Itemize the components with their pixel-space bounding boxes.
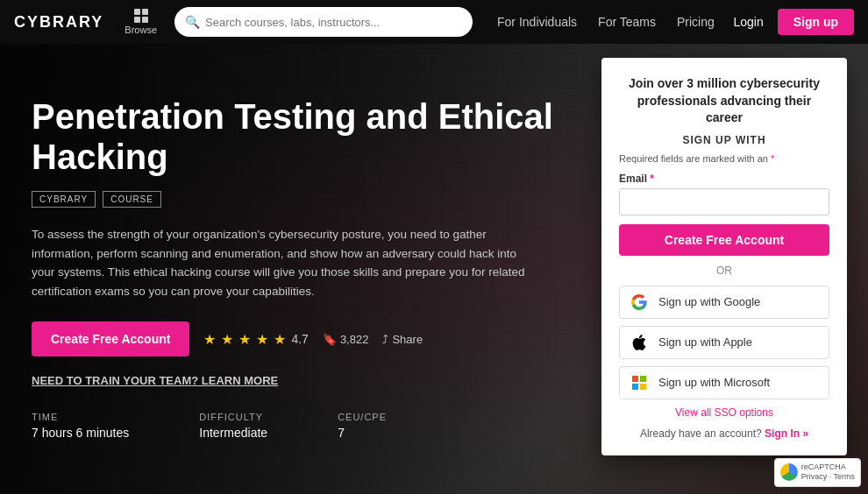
tag-course: COURSE bbox=[103, 191, 161, 208]
google-signup-button[interactable]: Sign up with Google bbox=[619, 286, 829, 319]
recaptcha-badge: reCAPTCHA Privacy · Terms bbox=[774, 458, 861, 487]
browse-label: Browse bbox=[125, 25, 157, 35]
bookmark-icon: 🔖 bbox=[323, 333, 337, 346]
reviews-count: 3,822 bbox=[340, 333, 369, 346]
stat-difficulty-label: DIFFICULTY bbox=[199, 412, 267, 422]
grid-icon bbox=[134, 9, 148, 23]
signup-card: Join over 3 million cybersecurity profes… bbox=[601, 58, 847, 455]
browse-button[interactable]: Browse bbox=[117, 5, 164, 39]
card-create-account-button[interactable]: Create Free Account bbox=[619, 224, 829, 256]
search-bar[interactable]: 🔍 bbox=[174, 7, 473, 37]
share-row[interactable]: ⤴ Share bbox=[382, 333, 423, 346]
logo[interactable]: CYBRARY bbox=[14, 13, 103, 32]
stat-time-label: TIME bbox=[32, 412, 129, 422]
already-account: Already have an account? Sign In » bbox=[619, 427, 829, 440]
star-1: ★ bbox=[203, 331, 216, 348]
rating-number: 4.7 bbox=[291, 332, 308, 346]
required-asterisk: * bbox=[771, 153, 774, 164]
or-divider: OR bbox=[619, 265, 829, 277]
star-3: ★ bbox=[238, 331, 251, 348]
share-icon: ⤴ bbox=[382, 333, 388, 346]
bookmark-row: 🔖 3,822 bbox=[323, 333, 369, 346]
nav-pricing[interactable]: Pricing bbox=[677, 15, 715, 29]
star-2: ★ bbox=[221, 331, 233, 348]
hero-content: Penetration Testing and Ethical Hacking … bbox=[32, 96, 558, 440]
search-icon: 🔍 bbox=[185, 15, 200, 29]
stat-time-value: 7 hours 6 minutes bbox=[32, 426, 129, 440]
apple-signup-button[interactable]: Sign up with Apple bbox=[619, 326, 829, 359]
share-label: Share bbox=[392, 333, 423, 346]
stats-row: TIME 7 hours 6 minutes DIFFICULTY Interm… bbox=[32, 412, 558, 440]
nav-for-teams[interactable]: For Teams bbox=[598, 15, 656, 29]
microsoft-icon bbox=[630, 374, 648, 392]
stat-ceu-value: 7 bbox=[338, 426, 387, 440]
recaptcha-text: reCAPTCHA Privacy · Terms bbox=[801, 462, 855, 483]
navbar: CYBRARY Browse 🔍 For Individuals For Tea… bbox=[0, 0, 868, 44]
stat-time: TIME 7 hours 6 minutes bbox=[32, 412, 129, 440]
apple-signup-label: Sign up with Apple bbox=[658, 335, 752, 349]
star-4: ★ bbox=[256, 331, 268, 348]
course-description: To assess the strength of your organizat… bbox=[32, 225, 540, 300]
google-signup-label: Sign up with Google bbox=[658, 295, 760, 308]
microsoft-signup-button[interactable]: Sign up with Microsoft bbox=[619, 366, 829, 399]
view-sso-link[interactable]: View all SSO options bbox=[619, 406, 829, 419]
required-note: Required fields are marked with an * bbox=[619, 153, 829, 164]
stat-difficulty-value: Intermediate bbox=[199, 426, 267, 440]
email-label: Email * bbox=[619, 173, 829, 185]
google-icon bbox=[630, 293, 648, 311]
stat-ceu-label: CEU/CPE bbox=[338, 412, 387, 422]
star-5: ★ bbox=[274, 331, 286, 348]
stat-difficulty: DIFFICULTY Intermediate bbox=[199, 412, 267, 440]
search-input[interactable] bbox=[205, 16, 462, 29]
tag-row: CYBRARY COURSE bbox=[32, 191, 558, 208]
signup-button[interactable]: Sign up bbox=[778, 9, 854, 35]
page-title: Penetration Testing and Ethical Hacking bbox=[32, 96, 558, 177]
card-title: Join over 3 million cybersecurity profes… bbox=[619, 75, 829, 127]
cta-row: Create Free Account ★ ★ ★ ★ ★ 4.7 🔖 3,82… bbox=[32, 321, 558, 356]
hero-section: Penetration Testing and Ethical Hacking … bbox=[0, 44, 868, 494]
train-team-link[interactable]: NEED TO TRAIN YOUR TEAM? LEARN MORE bbox=[32, 374, 558, 387]
stars-row: ★ ★ ★ ★ ★ 4.7 bbox=[203, 331, 308, 348]
tag-cybrary: CYBRARY bbox=[32, 191, 96, 208]
nav-right: Login Sign up bbox=[733, 9, 854, 35]
sign-in-link[interactable]: Sign In » bbox=[765, 427, 808, 440]
sign-up-with-label: SIGN UP WITH bbox=[619, 134, 829, 146]
nav-for-individuals[interactable]: For Individuals bbox=[497, 15, 577, 29]
login-button[interactable]: Login bbox=[733, 15, 763, 29]
apple-icon bbox=[630, 334, 648, 351]
microsoft-signup-label: Sign up with Microsoft bbox=[658, 376, 770, 389]
hero-create-account-button[interactable]: Create Free Account bbox=[32, 321, 189, 356]
recaptcha-logo bbox=[780, 463, 798, 481]
email-input[interactable] bbox=[619, 188, 829, 215]
stat-ceu: CEU/CPE 7 bbox=[338, 412, 387, 440]
nav-links: For Individuals For Teams Pricing bbox=[497, 15, 715, 29]
